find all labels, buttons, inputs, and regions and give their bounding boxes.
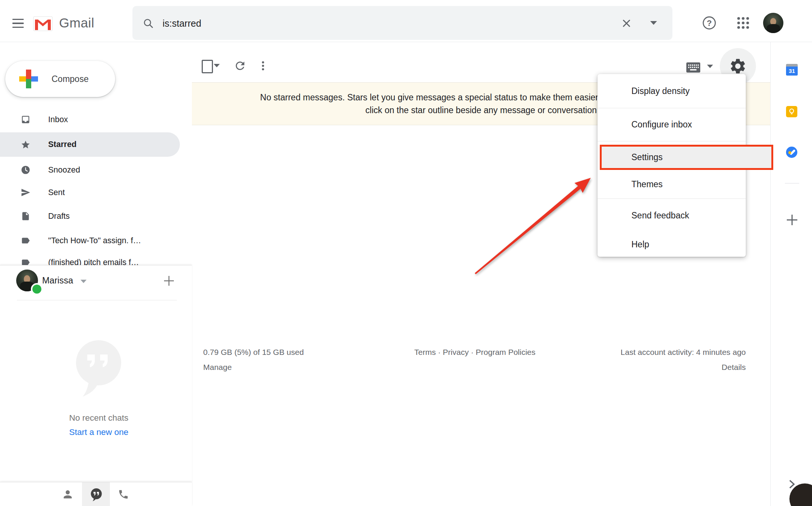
select-all-checkbox[interactable] bbox=[202, 60, 213, 73]
activity-details-link[interactable]: Details bbox=[722, 363, 746, 372]
new-chat-plus-icon[interactable] bbox=[162, 274, 176, 289]
star-icon bbox=[21, 140, 30, 150]
gmail-app: Gmail ? bbox=[0, 0, 812, 506]
annotation-arrow bbox=[467, 169, 602, 282]
legal-links[interactable]: Terms · Privacy · Program Policies bbox=[324, 348, 625, 357]
help-icon[interactable]: ? bbox=[701, 15, 718, 32]
refresh-icon[interactable] bbox=[234, 59, 246, 73]
divider bbox=[17, 300, 177, 300]
menu-item-themes[interactable]: Themes bbox=[598, 170, 746, 198]
sidebar-item-sent[interactable]: Sent bbox=[0, 180, 180, 205]
more-options-icon[interactable] bbox=[257, 59, 269, 73]
calendar-icon[interactable]: 31 bbox=[786, 64, 798, 76]
hangouts-balloon-icon bbox=[74, 339, 123, 398]
top-bar: Gmail ? bbox=[0, 0, 812, 42]
gmail-logo-icon bbox=[33, 16, 53, 31]
no-recent-chats-text: No recent chats bbox=[4, 413, 194, 423]
compose-plus-icon bbox=[19, 70, 38, 88]
sidebar-item-label-tech-howto[interactable]: "Tech How-To" assign. f… bbox=[0, 229, 180, 253]
search-options-chevron-icon[interactable] bbox=[650, 21, 657, 25]
menu-item-settings-highlighted[interactable]: Settings bbox=[600, 145, 773, 170]
input-tools-keyboard-icon[interactable] bbox=[686, 62, 700, 74]
presence-dot bbox=[31, 283, 43, 295]
hangouts-tab-icon[interactable] bbox=[90, 488, 103, 503]
inbox-icon bbox=[21, 115, 30, 124]
sidebar-item-snoozed[interactable]: Snoozed bbox=[0, 158, 180, 182]
hangouts-panel: Marissa No recent chats Start a new one bbox=[0, 265, 192, 482]
storage-usage-text: 0.79 GB (5%) of 15 GB used bbox=[203, 348, 304, 357]
menu-item-display-density[interactable]: Display density bbox=[598, 74, 746, 108]
divider bbox=[785, 183, 799, 183]
sidebar-item-drafts[interactable]: Drafts bbox=[0, 204, 180, 228]
add-addon-plus-icon[interactable] bbox=[785, 213, 799, 228]
gear-icon bbox=[729, 57, 747, 75]
clock-icon bbox=[21, 165, 30, 175]
app-title: Gmail bbox=[59, 15, 94, 30]
account-avatar[interactable] bbox=[763, 13, 783, 33]
search-bar[interactable] bbox=[132, 6, 672, 40]
compose-button[interactable]: Compose bbox=[5, 61, 115, 97]
settings-menu: Display density Configure inbox Settings… bbox=[598, 74, 746, 257]
clear-search-icon[interactable] bbox=[621, 18, 632, 30]
phone-tab-icon[interactable] bbox=[118, 489, 129, 501]
svg-text:?: ? bbox=[707, 18, 712, 28]
menu-item-help[interactable]: Help bbox=[598, 232, 746, 257]
manage-storage-link[interactable]: Manage bbox=[203, 363, 232, 372]
sidebar-item-inbox[interactable]: Inbox bbox=[0, 108, 180, 132]
search-icon bbox=[143, 18, 154, 29]
chat-tab-bar bbox=[0, 482, 192, 506]
contacts-tab-person-icon[interactable] bbox=[62, 488, 74, 501]
draft-file-icon bbox=[21, 211, 30, 221]
menu-item-send-feedback[interactable]: Send feedback bbox=[598, 198, 746, 232]
apps-grid-icon[interactable] bbox=[735, 15, 751, 32]
calendar-day-number: 31 bbox=[786, 67, 798, 76]
input-tools-chevron-icon[interactable] bbox=[707, 65, 713, 68]
label-tag-icon bbox=[21, 236, 30, 245]
keep-icon[interactable] bbox=[786, 106, 797, 117]
search-input[interactable] bbox=[162, 6, 596, 41]
chat-status-chevron-icon[interactable] bbox=[81, 280, 87, 283]
sidebar-item-starred[interactable]: Starred bbox=[0, 132, 180, 157]
tasks-icon[interactable] bbox=[786, 147, 797, 158]
right-side-panel: 31 bbox=[770, 42, 812, 506]
send-icon bbox=[21, 188, 30, 197]
main-menu-icon[interactable] bbox=[8, 14, 28, 33]
divider bbox=[598, 141, 746, 141]
select-dropdown-chevron-icon[interactable] bbox=[214, 64, 220, 67]
chat-user-name[interactable]: Marissa bbox=[42, 276, 73, 286]
start-new-chat-link[interactable]: Start a new one bbox=[4, 427, 194, 437]
last-activity-text: Last account activity: 4 minutes ago bbox=[620, 348, 746, 357]
compose-label: Compose bbox=[52, 74, 88, 84]
menu-item-configure-inbox[interactable]: Configure inbox bbox=[598, 108, 746, 141]
